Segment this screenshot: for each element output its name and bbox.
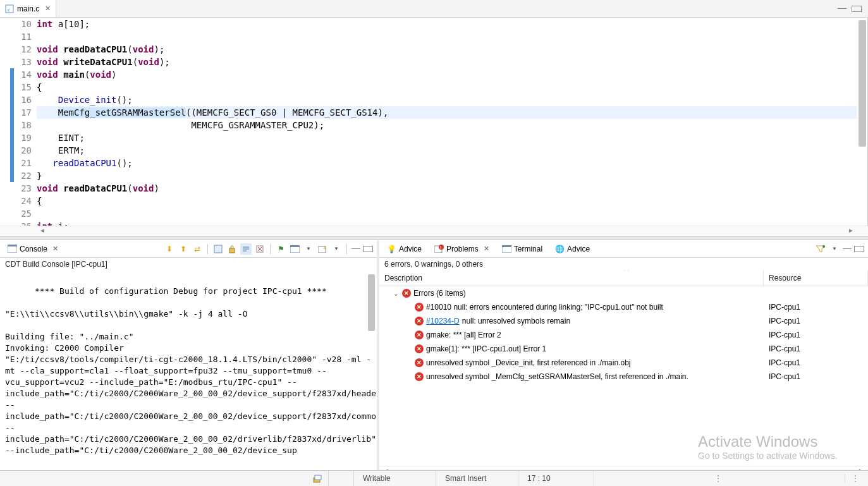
problems-view: 💡 Advice ! Problems ✕ Terminal 🌐 Advice [379,240,868,477]
tab-problems[interactable]: ! Problems ✕ [431,243,493,255]
scrollbar-thumb[interactable] [859,20,866,147]
svg-text:+: + [323,245,327,252]
maximize-icon[interactable] [852,6,862,12]
problems-icon: ! [434,245,444,253]
error-icon: ✕ [402,289,411,298]
problems-rows: ⌄✕ Errors (6 items)✕ #10010 null: errors… [379,286,868,466]
filter-icon[interactable] [815,243,826,255]
problem-resource: IPC-cpu1 [764,372,868,381]
wrap-icon[interactable] [240,243,252,255]
status-cell-build [0,471,329,486]
status-cursor-pos: 17 : 10 [518,471,594,486]
open-console-icon[interactable]: + [317,243,328,255]
problem-row[interactable]: ✕ unresolved symbol _Device_init, first … [379,358,764,367]
clear-console-icon[interactable] [254,243,266,255]
save-console-icon[interactable] [212,243,224,255]
editor-vertical-scrollbar[interactable] [857,18,868,226]
scroll-left-icon[interactable]: ◄ [38,227,47,236]
console-icon [8,245,17,253]
line-number-gutter: 1011121314151617181920212223242526 [0,18,37,226]
svg-point-16 [822,245,825,248]
editor-window-controls [838,0,868,17]
error-icon: ✕ [415,317,424,325]
problem-row[interactable]: ✕ gmake[1]: *** [IPC-cpu1.out] Error 1 [379,344,764,353]
status-cell-spacer [329,471,354,486]
close-icon[interactable]: ✕ [484,245,489,253]
svg-rect-15 [502,245,511,247]
close-icon[interactable]: ✕ [45,4,51,13]
swap-icon[interactable]: ⇄ [192,243,203,255]
tab-console-label: Console [20,245,47,253]
problem-row[interactable]: ✕ unresolved symbol _MemCfg_setGSRAMMast… [379,372,764,381]
pin-console-icon[interactable]: ⚑ [275,243,286,255]
tab-terminal-label: Terminal [514,245,542,253]
svg-rect-8 [290,245,300,247]
problem-resource: IPC-cpu1 [764,303,868,312]
error-link[interactable]: #10234-D [426,317,460,325]
problems-summary: 6 errors, 0 warnings, 0 others [379,258,868,270]
svg-rect-4 [214,245,222,253]
problem-resource: IPC-cpu1 [764,344,868,353]
scrollbar-thumb[interactable] [368,274,375,331]
editor-horizontal-scrollbar[interactable]: ◄ ► [0,226,868,236]
console-output[interactable]: **** Build of configuration Debug for pr… [0,270,377,477]
scroll-right-icon[interactable]: ► [847,227,855,236]
svg-rect-18 [315,475,321,480]
tab-advice-label: Advice [399,245,422,253]
problems-group-errors[interactable]: ⌄✕ Errors (6 items) [379,289,764,298]
problem-resource: IPC-cpu1 [764,331,868,339]
console-text: **** Build of configuration Debug for pr… [5,286,377,455]
minimize-icon[interactable] [838,8,847,9]
editor-tab-main-c[interactable]: c main.c ✕ [0,0,56,17]
column-resource[interactable]: Resource [764,270,868,286]
c-file-icon: c [5,4,14,13]
problems-table: ︿ Description Resource ⌄✕ Errors (6 item… [379,270,868,477]
tab-advice-2[interactable]: 🌐 Advice [551,243,594,255]
console-vertical-scrollbar[interactable] [367,274,376,473]
problems-tab-bar: 💡 Advice ! Problems ✕ Terminal 🌐 Advice [379,240,868,258]
dropdown-icon[interactable]: ▼ [303,243,314,255]
console-subtitle: CDT Build Console [IPC-cpu1] [0,258,377,270]
close-icon[interactable]: ✕ [52,245,58,253]
arrow-up-icon[interactable]: ⬆ [178,243,189,255]
problem-row[interactable]: ✕ gmake: *** [all] Error 2 [379,331,764,339]
problem-resource: IPC-cpu1 [764,317,868,325]
error-icon: ✕ [415,303,424,312]
terminal-icon [502,245,511,253]
dropdown-icon[interactable]: ▼ [829,243,840,255]
console-toolbar: ⬇ ⬆ ⇄ ⚑ ▼ + ▼ [164,243,373,255]
minimize-icon[interactable] [843,248,852,249]
svg-text:c: c [8,6,10,13]
minimize-icon[interactable] [351,248,360,249]
tab-console[interactable]: Console ✕ [4,243,62,255]
code-editor[interactable]: 1011121314151617181920212223242526 int a… [0,18,868,226]
display-console-icon[interactable] [289,243,300,255]
maximize-icon[interactable] [854,246,864,252]
tab-advice-1[interactable]: 💡 Advice [383,243,425,255]
maximize-icon[interactable] [363,246,373,252]
build-status-icon[interactable] [313,474,323,483]
svg-rect-5 [229,248,235,253]
editor-tab-label: main.c [17,4,39,13]
arrow-down-icon[interactable]: ⬇ [164,243,175,255]
chevron-down-icon[interactable]: ⌄ [392,290,400,297]
tab-terminal[interactable]: Terminal [498,243,546,255]
error-icon: ✕ [415,331,424,339]
bulb-icon: 💡 [387,245,396,253]
error-icon: ✕ [415,344,424,353]
lock-scroll-icon[interactable] [226,243,238,255]
problem-row[interactable]: ✕ #10234-D null: unresolved symbols rema… [379,317,764,325]
problem-resource: IPC-cpu1 [764,358,868,367]
column-description[interactable]: Description [379,270,764,286]
status-menu-2[interactable]: ⋮ [845,474,868,483]
status-menu-1[interactable]: ⋮ [708,474,731,483]
error-icon: ✕ [415,358,424,367]
svg-rect-3 [8,245,17,246]
tab-problems-label: Problems [446,245,479,253]
svg-text:!: ! [440,245,441,250]
problem-row[interactable]: ✕ #10010 null: errors encountered during… [379,303,764,312]
dropdown-icon[interactable]: ▼ [331,243,342,255]
code-area[interactable]: int a[10];void readDataCPU1(void);void w… [37,18,857,226]
sort-caret-icon[interactable]: ︿ [624,270,630,274]
tab-advice-label: Advice [567,245,590,253]
